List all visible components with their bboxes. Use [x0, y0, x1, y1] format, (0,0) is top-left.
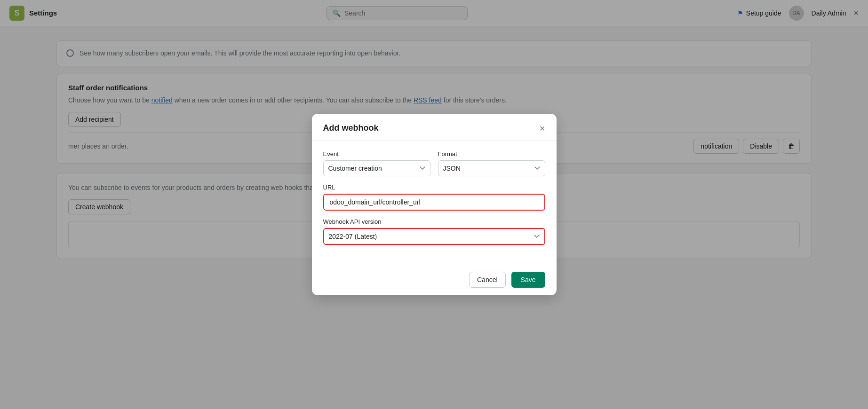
format-label: Format — [438, 150, 545, 157]
url-input[interactable] — [324, 195, 544, 210]
modal-footer: Cancel Save — [312, 264, 557, 295]
modal-header: Add webhook × — [312, 114, 557, 141]
api-version-wrapper: 2022-07 (Latest) 2021-10 2021-07 2021-04 — [323, 228, 545, 245]
modal-title: Add webhook — [323, 123, 379, 133]
url-input-wrapper — [323, 194, 545, 211]
modal-close-button[interactable]: × — [540, 124, 545, 133]
cancel-button[interactable]: Cancel — [469, 272, 506, 288]
event-group: Event Customer creation Order creation O… — [323, 150, 430, 176]
format-select[interactable]: JSON XML — [438, 160, 545, 176]
save-button[interactable]: Save — [511, 272, 545, 288]
add-webhook-modal: Add webhook × Event Customer creation Or… — [312, 114, 557, 295]
url-label: URL — [323, 184, 545, 191]
api-version-label: Webhook API version — [323, 218, 545, 225]
api-version-group: Webhook API version 2022-07 (Latest) 202… — [323, 218, 545, 245]
event-format-row: Event Customer creation Order creation O… — [323, 150, 545, 176]
api-version-select[interactable]: 2022-07 (Latest) 2021-10 2021-07 2021-04 — [324, 229, 544, 244]
event-label: Event — [323, 150, 430, 157]
url-group: URL — [323, 184, 545, 211]
event-select[interactable]: Customer creation Order creation Order p… — [323, 160, 430, 176]
modal-body: Event Customer creation Order creation O… — [312, 141, 557, 264]
format-group: Format JSON XML — [438, 150, 545, 176]
modal-overlay[interactable]: Add webhook × Event Customer creation Or… — [0, 0, 868, 409]
